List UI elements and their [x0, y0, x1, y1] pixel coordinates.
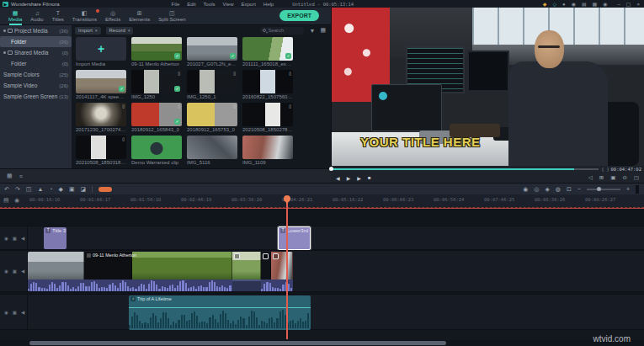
tab-titles[interactable]: T Titles: [48, 10, 68, 23]
sidebar-item-shared-media[interactable]: Shared Media (0): [0, 47, 72, 58]
thumbnail-view-icon[interactable]: ▦: [7, 173, 13, 179]
record-dropdown[interactable]: Record ▾: [106, 27, 134, 35]
menu-tools[interactable]: Tools: [204, 1, 216, 8]
stop-icon[interactable]: ■: [368, 175, 371, 181]
zoom-fit-icon[interactable]: ⊡: [567, 184, 572, 195]
snap-icon[interactable]: ◉: [14, 197, 19, 204]
menu-view[interactable]: View: [223, 1, 234, 8]
maximize-button[interactable]: ▢: [626, 1, 631, 8]
music-clip[interactable]: ♪ Trip of A Lifetime: [129, 295, 311, 330]
seek-bar[interactable]: [331, 168, 599, 170]
sidebar-item-sample-green-screen[interactable]: Sample Green Screen (13): [0, 91, 72, 102]
media-item-img-1250[interactable]: ▯ ✓ IMG_1250: [131, 70, 182, 100]
media-item-20171230-17002748c-ios[interactable]: ▯ ✓ 20171230_17002748C_iOS: [76, 103, 126, 133]
layout-icon[interactable]: ▤: [582, 1, 587, 8]
media-item-20180912-165843-0[interactable]: ▯ ✓ 20180912_165843_0: [131, 103, 182, 133]
mark-in-icon[interactable]: (: [602, 166, 604, 173]
minimize-button[interactable]: –: [617, 1, 620, 8]
media-item-img-1250-1[interactable]: ▯ ✓ IMG_1250_1: [187, 70, 237, 100]
manage-tracks-icon[interactable]: ▤: [3, 197, 9, 204]
redo-icon[interactable]: ↷: [15, 184, 20, 195]
tab-media[interactable]: ▦ Media: [4, 10, 26, 23]
zoom-in-icon[interactable]: +: [626, 184, 630, 195]
account-icon[interactable]: ◉: [572, 1, 576, 8]
video-clip[interactable]: 09-11 Menlo Atherton: [28, 252, 293, 292]
workspace-icon[interactable]: ▦: [593, 1, 598, 8]
play-icon[interactable]: ▶: [347, 175, 351, 181]
track-lock-icon[interactable]: ▣: [13, 269, 17, 274]
track-lock-icon[interactable]: ▣: [13, 310, 17, 315]
title-track[interactable]: ◉▣◀ T Title 3 T Lower3rd 1: [0, 226, 644, 250]
media-item-201111-165018-export[interactable]: ▯ ✓ 201111_165018_export: [242, 37, 293, 67]
video-segment-3[interactable]: [232, 252, 261, 279]
settings-icon[interactable]: ⊙: [622, 174, 626, 181]
timeline-ruler[interactable]: ▤ ◉ 00:00:16:1600:01:06:1700:01:56:1800:…: [0, 194, 644, 208]
close-button[interactable]: ×: [636, 1, 640, 8]
previous-frame-icon[interactable]: ◀: [336, 175, 340, 181]
timeline-zoom-slider[interactable]: [587, 189, 620, 190]
menu-file[interactable]: File: [172, 1, 180, 8]
zoom-slider-knob[interactable]: [597, 187, 601, 191]
dual-screen-icon[interactable]: ⊞: [599, 174, 604, 181]
filter-icon[interactable]: ▼: [309, 28, 315, 34]
media-item-img-1109[interactable]: ▯ ✓ IMG_1109: [242, 136, 293, 166]
tab-split-screen[interactable]: ◫ Split Screen: [154, 10, 189, 23]
next-frame-icon[interactable]: ▶: [357, 175, 361, 181]
sidebar-item-folder[interactable]: Folder (36): [0, 36, 72, 47]
title-clip-2[interactable]: T Lower3rd 1: [278, 226, 311, 250]
media-item-20210508-18503188c-ios[interactable]: ▯ ✓ 20210508_18503188C_iOS: [76, 136, 126, 166]
track-visibility-icon[interactable]: ◉: [4, 310, 8, 315]
fullscreen-icon[interactable]: ◳: [634, 174, 639, 181]
audio-mixer-icon[interactable]: ◎: [534, 184, 539, 195]
menu-edit[interactable]: Edit: [187, 1, 195, 8]
keyframe-icon[interactable]: ◈: [545, 184, 549, 195]
track-visibility-icon[interactable]: ◉: [4, 236, 8, 241]
import-dropdown[interactable]: Import ▾: [75, 27, 101, 35]
community-icon[interactable]: ●: [562, 1, 566, 8]
search-input[interactable]: [268, 28, 301, 33]
seek-handle[interactable]: [329, 167, 333, 171]
sidebar-item-sample-video[interactable]: Sample Video (26): [0, 80, 72, 91]
marker-icon[interactable]: ◆: [59, 184, 63, 195]
profile-icon[interactable]: ◉: [603, 1, 607, 8]
media-item-img-5116[interactable]: ▯ ✓ IMG_5116: [187, 136, 237, 166]
video-track[interactable]: ◉▣◀ 09-11 Menlo Atherton: [0, 250, 644, 292]
track-mute-icon[interactable]: ◀: [21, 269, 24, 274]
export-button[interactable]: EXPORT: [279, 10, 319, 21]
scrollbar-thumb[interactable]: [29, 341, 446, 345]
video-segment-5[interactable]: [271, 252, 293, 279]
media-item-20160822-150756088-ios[interactable]: ▯ ✓ 20160822_150756088_iOS: [242, 70, 293, 100]
media-item-20210508-18502788c-ios[interactable]: ▯ ✓ 20210508_18502788C_iOS: [242, 103, 293, 133]
media-item-201027-g07l2n-export[interactable]: ▯ ✓ 201027_G07L2N_export: [187, 37, 237, 67]
chroma-key-icon[interactable]: ◪: [81, 184, 87, 195]
list-view-icon[interactable]: ≡: [19, 173, 23, 179]
speed-icon[interactable]: ◔: [49, 184, 52, 195]
beta-feature-icon[interactable]: ◇: [552, 1, 556, 8]
volume-icon[interactable]: ◁: [588, 174, 593, 181]
title-clip-1[interactable]: T Title 3: [44, 227, 67, 249]
media-item-demo-warranted-clip[interactable]: ▯ ✓ Demo Warranted clip: [131, 136, 182, 166]
render-preview-icon[interactable]: ◉: [523, 184, 528, 195]
menu-export[interactable]: Export: [242, 1, 256, 8]
video-segment-0[interactable]: [28, 252, 84, 279]
sidebar-item-project-media[interactable]: Project Media (36): [0, 25, 72, 36]
motion-track-icon[interactable]: ◍: [556, 184, 561, 195]
import-media-tile[interactable]: + Import Media: [76, 37, 126, 67]
track-lock-icon[interactable]: ▣: [13, 236, 17, 241]
zoom-out-icon[interactable]: −: [577, 184, 581, 195]
tab-audio[interactable]: ♫ Audio: [26, 10, 47, 23]
record-voiceover-button[interactable]: [98, 187, 112, 192]
timeline-scrollbar[interactable]: [0, 340, 644, 346]
menu-help[interactable]: Help: [263, 1, 274, 8]
track-visibility-icon[interactable]: ◉: [4, 269, 8, 274]
playhead-handle[interactable]: [284, 195, 290, 202]
track-mute-icon[interactable]: ◀: [21, 310, 24, 315]
mark-out-icon[interactable]: ): [607, 166, 609, 173]
sidebar-item-folder[interactable]: Folder (0): [0, 58, 72, 69]
tab-transitions[interactable]: ◧ Transitions: [68, 10, 101, 23]
media-item-20180912-165753-0[interactable]: ▯ ✓ 20180912_165753_0: [187, 103, 237, 133]
track-mute-icon[interactable]: ◀: [21, 236, 24, 241]
delete-icon[interactable]: ◫: [26, 184, 32, 195]
grid-view-icon[interactable]: ▦: [320, 27, 326, 34]
preview-player[interactable]: YOUR TITLE HERE: [331, 8, 644, 166]
